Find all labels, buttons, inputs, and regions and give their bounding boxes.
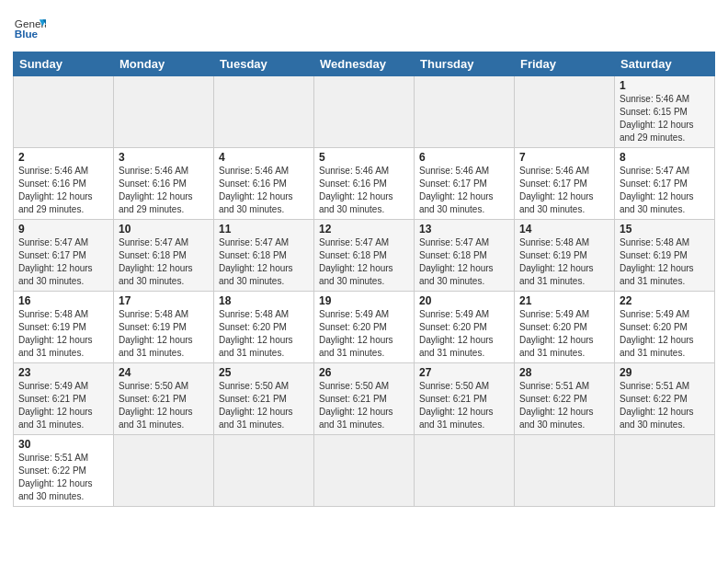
calendar-cell xyxy=(214,435,314,507)
day-number: 10 xyxy=(119,223,209,236)
calendar-cell: 19Sunrise: 5:49 AMSunset: 6:20 PMDayligh… xyxy=(314,292,415,363)
day-info: Sunrise: 5:47 AMSunset: 6:18 PMDaylight:… xyxy=(319,236,409,288)
day-number: 15 xyxy=(620,223,710,236)
calendar-cell: 15Sunrise: 5:48 AMSunset: 6:19 PMDayligh… xyxy=(615,220,715,292)
logo: General Blue xyxy=(13,13,46,46)
day-number: 9 xyxy=(18,223,108,236)
calendar-cell: 28Sunrise: 5:51 AMSunset: 6:22 PMDayligh… xyxy=(515,363,615,435)
day-number: 2 xyxy=(18,151,108,164)
calendar-cell xyxy=(415,76,515,148)
calendar-cell: 10Sunrise: 5:47 AMSunset: 6:18 PMDayligh… xyxy=(114,220,214,292)
calendar-cell: 22Sunrise: 5:49 AMSunset: 6:20 PMDayligh… xyxy=(615,292,715,363)
day-number: 26 xyxy=(319,366,409,379)
day-number: 27 xyxy=(419,366,509,379)
calendar-header-sunday: Sunday xyxy=(14,52,114,76)
calendar-cell xyxy=(314,435,415,507)
calendar-cell xyxy=(615,435,715,507)
day-info: Sunrise: 5:50 AMSunset: 6:21 PMDaylight:… xyxy=(119,380,209,431)
day-number: 29 xyxy=(620,366,710,379)
day-number: 7 xyxy=(519,151,609,164)
calendar-cell: 21Sunrise: 5:49 AMSunset: 6:20 PMDayligh… xyxy=(515,292,615,363)
day-info: Sunrise: 5:46 AMSunset: 6:15 PMDaylight:… xyxy=(620,93,710,144)
day-number: 19 xyxy=(319,294,409,307)
calendar-cell xyxy=(415,435,515,507)
calendar-cell xyxy=(14,76,114,148)
calendar-week-row: 16Sunrise: 5:48 AMSunset: 6:19 PMDayligh… xyxy=(14,292,715,363)
calendar-header-thursday: Thursday xyxy=(415,52,515,76)
calendar-cell: 30Sunrise: 5:51 AMSunset: 6:22 PMDayligh… xyxy=(14,435,114,507)
day-info: Sunrise: 5:50 AMSunset: 6:21 PMDaylight:… xyxy=(319,380,409,431)
day-number: 12 xyxy=(319,223,409,236)
day-info: Sunrise: 5:47 AMSunset: 6:18 PMDaylight:… xyxy=(119,236,209,288)
day-number: 4 xyxy=(219,151,309,164)
day-info: Sunrise: 5:48 AMSunset: 6:19 PMDaylight:… xyxy=(519,236,609,288)
day-number: 28 xyxy=(519,366,609,379)
day-info: Sunrise: 5:51 AMSunset: 6:22 PMDaylight:… xyxy=(620,380,710,431)
day-info: Sunrise: 5:50 AMSunset: 6:21 PMDaylight:… xyxy=(219,380,309,431)
day-number: 8 xyxy=(620,151,710,164)
calendar-cell: 13Sunrise: 5:47 AMSunset: 6:18 PMDayligh… xyxy=(415,220,515,292)
day-number: 30 xyxy=(18,438,108,451)
day-number: 16 xyxy=(18,294,108,307)
calendar-cell: 17Sunrise: 5:48 AMSunset: 6:19 PMDayligh… xyxy=(114,292,214,363)
calendar-cell: 27Sunrise: 5:50 AMSunset: 6:21 PMDayligh… xyxy=(415,363,515,435)
calendar-cell: 5Sunrise: 5:46 AMSunset: 6:16 PMDaylight… xyxy=(314,148,415,220)
day-number: 6 xyxy=(419,151,509,164)
day-info: Sunrise: 5:46 AMSunset: 6:16 PMDaylight:… xyxy=(319,165,409,216)
day-info: Sunrise: 5:50 AMSunset: 6:21 PMDaylight:… xyxy=(419,380,509,431)
day-number: 11 xyxy=(219,223,309,236)
calendar-cell: 9Sunrise: 5:47 AMSunset: 6:17 PMDaylight… xyxy=(14,220,114,292)
calendar-cell: 24Sunrise: 5:50 AMSunset: 6:21 PMDayligh… xyxy=(114,363,214,435)
calendar-cell: 12Sunrise: 5:47 AMSunset: 6:18 PMDayligh… xyxy=(314,220,415,292)
calendar-cell xyxy=(515,76,615,148)
calendar-cell: 20Sunrise: 5:49 AMSunset: 6:20 PMDayligh… xyxy=(415,292,515,363)
calendar-cell: 7Sunrise: 5:46 AMSunset: 6:17 PMDaylight… xyxy=(515,148,615,220)
day-info: Sunrise: 5:51 AMSunset: 6:22 PMDaylight:… xyxy=(18,452,108,503)
calendar: SundayMondayTuesdayWednesdayThursdayFrid… xyxy=(13,52,715,507)
day-info: Sunrise: 5:47 AMSunset: 6:18 PMDaylight:… xyxy=(219,236,309,288)
day-info: Sunrise: 5:49 AMSunset: 6:20 PMDaylight:… xyxy=(319,308,409,360)
day-info: Sunrise: 5:47 AMSunset: 6:18 PMDaylight:… xyxy=(419,236,509,288)
calendar-cell: 4Sunrise: 5:46 AMSunset: 6:16 PMDaylight… xyxy=(214,148,314,220)
day-info: Sunrise: 5:49 AMSunset: 6:20 PMDaylight:… xyxy=(620,308,710,360)
calendar-cell xyxy=(114,76,214,148)
day-number: 21 xyxy=(519,294,609,307)
day-number: 20 xyxy=(419,294,509,307)
calendar-cell: 3Sunrise: 5:46 AMSunset: 6:16 PMDaylight… xyxy=(114,148,214,220)
day-info: Sunrise: 5:46 AMSunset: 6:16 PMDaylight:… xyxy=(219,165,309,216)
day-number: 22 xyxy=(620,294,710,307)
calendar-cell: 1Sunrise: 5:46 AMSunset: 6:15 PMDaylight… xyxy=(615,76,715,148)
calendar-header-saturday: Saturday xyxy=(615,52,715,76)
day-info: Sunrise: 5:51 AMSunset: 6:22 PMDaylight:… xyxy=(519,380,609,431)
day-info: Sunrise: 5:48 AMSunset: 6:20 PMDaylight:… xyxy=(219,308,309,360)
day-number: 18 xyxy=(219,294,309,307)
day-info: Sunrise: 5:47 AMSunset: 6:17 PMDaylight:… xyxy=(620,165,710,216)
calendar-cell xyxy=(515,435,615,507)
day-number: 17 xyxy=(119,294,209,307)
day-info: Sunrise: 5:48 AMSunset: 6:19 PMDaylight:… xyxy=(18,308,108,360)
header: General Blue xyxy=(13,9,715,46)
calendar-cell: 6Sunrise: 5:46 AMSunset: 6:17 PMDaylight… xyxy=(415,148,515,220)
calendar-cell xyxy=(114,435,214,507)
page: General Blue SundayMondayTuesdayWednesda… xyxy=(0,0,728,516)
calendar-cell: 11Sunrise: 5:47 AMSunset: 6:18 PMDayligh… xyxy=(214,220,314,292)
calendar-header-tuesday: Tuesday xyxy=(214,52,314,76)
day-info: Sunrise: 5:46 AMSunset: 6:17 PMDaylight:… xyxy=(419,165,509,216)
day-info: Sunrise: 5:46 AMSunset: 6:17 PMDaylight:… xyxy=(519,165,609,216)
calendar-cell: 26Sunrise: 5:50 AMSunset: 6:21 PMDayligh… xyxy=(314,363,415,435)
day-number: 1 xyxy=(620,79,710,92)
day-number: 24 xyxy=(119,366,209,379)
day-info: Sunrise: 5:47 AMSunset: 6:17 PMDaylight:… xyxy=(18,236,108,288)
calendar-week-row: 2Sunrise: 5:46 AMSunset: 6:16 PMDaylight… xyxy=(14,148,715,220)
day-info: Sunrise: 5:46 AMSunset: 6:16 PMDaylight:… xyxy=(18,165,108,216)
day-number: 14 xyxy=(519,223,609,236)
calendar-cell: 29Sunrise: 5:51 AMSunset: 6:22 PMDayligh… xyxy=(615,363,715,435)
day-info: Sunrise: 5:48 AMSunset: 6:19 PMDaylight:… xyxy=(620,236,710,288)
calendar-cell: 23Sunrise: 5:49 AMSunset: 6:21 PMDayligh… xyxy=(14,363,114,435)
calendar-week-row: 30Sunrise: 5:51 AMSunset: 6:22 PMDayligh… xyxy=(14,435,715,507)
calendar-cell: 18Sunrise: 5:48 AMSunset: 6:20 PMDayligh… xyxy=(214,292,314,363)
calendar-cell: 8Sunrise: 5:47 AMSunset: 6:17 PMDaylight… xyxy=(615,148,715,220)
calendar-cell: 25Sunrise: 5:50 AMSunset: 6:21 PMDayligh… xyxy=(214,363,314,435)
calendar-cell xyxy=(214,76,314,148)
calendar-week-row: 1Sunrise: 5:46 AMSunset: 6:15 PMDaylight… xyxy=(14,76,715,148)
